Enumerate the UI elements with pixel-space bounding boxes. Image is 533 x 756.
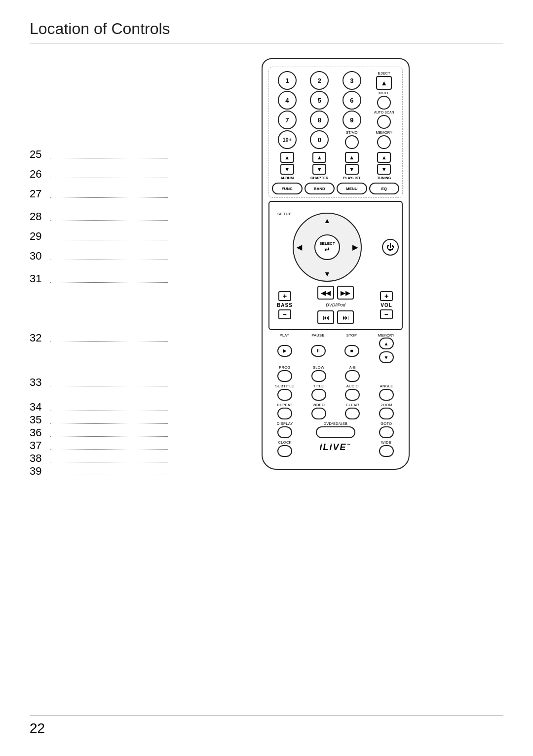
btn-10plus[interactable]: 10+ <box>278 130 297 149</box>
memory-up-btn[interactable]: ▲ <box>379 338 394 349</box>
eject-btn[interactable]: ▲ <box>376 76 392 90</box>
label-row-34: 34 <box>30 395 168 413</box>
chapter-up-btn[interactable]: ▲ <box>312 152 326 163</box>
nav-up-row: ▲ ▲ ▲ ▲ <box>272 152 399 163</box>
goto-label: GOTO <box>381 421 392 426</box>
label-dots-31 <box>50 282 168 283</box>
btn-4[interactable]: 4 <box>278 91 297 110</box>
next-btn[interactable]: ⏭ <box>337 310 354 324</box>
btn-1[interactable]: 1 <box>278 71 297 90</box>
subtitle-row: SUBTITLE TITLE AUDIO ANGLE <box>268 384 403 401</box>
subtitle-cell: SUBTITLE <box>268 384 301 401</box>
bass-minus-btn[interactable]: – <box>278 309 291 319</box>
bass-plus-btn[interactable]: + <box>278 291 291 301</box>
eq-btn[interactable]: EQ <box>369 183 400 194</box>
playlist-down-btn[interactable]: ▼ <box>345 164 359 175</box>
playlist-up-btn[interactable]: ▲ <box>345 152 359 163</box>
zoom-label: ZOOM <box>381 403 392 407</box>
nav-down-row: ▼ ▼ ▼ ▼ <box>272 164 399 175</box>
vol-plus-btn[interactable]: + <box>380 291 393 301</box>
clear-btn[interactable] <box>345 408 360 419</box>
memory-down-btn[interactable]: ▼ <box>379 351 394 363</box>
prev-btn[interactable]: ⏮ <box>317 310 334 324</box>
memory-top-btn[interactable] <box>377 135 391 149</box>
label-row-30: 30 <box>30 244 168 262</box>
audio-btn[interactable] <box>345 389 360 401</box>
btn-3[interactable]: 3 <box>343 71 361 90</box>
album-down-btn[interactable]: ▼ <box>280 164 294 175</box>
band-btn[interactable]: BAND <box>305 183 335 194</box>
audio-cell: AUDIO <box>337 384 369 401</box>
vol-minus-btn[interactable]: – <box>380 309 393 319</box>
stmo-btn[interactable] <box>345 135 359 149</box>
goto-btn[interactable] <box>379 426 394 438</box>
repeat-btn[interactable] <box>277 408 292 419</box>
tuning-down-btn[interactable]: ▼ <box>377 164 391 175</box>
nav-up-arrow[interactable]: ▲ <box>324 217 331 225</box>
stop-btn[interactable]: ■ <box>344 345 359 357</box>
pause-btn[interactable]: ⏸ <box>311 345 326 357</box>
video-cell: VIDEO <box>303 403 335 419</box>
empty-cell-1 <box>370 365 403 382</box>
btn-7[interactable]: 7 <box>278 111 297 129</box>
fwd-btn[interactable]: ▶▶ <box>337 286 354 300</box>
btn-5[interactable]: 5 <box>310 91 329 110</box>
tuning-up-btn[interactable]: ▲ <box>377 152 391 163</box>
subtitle-btn[interactable] <box>277 389 292 401</box>
btn-cell-autoscan: AUTO SCAN <box>369 111 400 129</box>
stmo-label: ST/MO <box>346 130 358 135</box>
nav-down-arrow[interactable]: ▼ <box>324 270 331 278</box>
nav-left-arrow[interactable]: ◀ <box>297 243 302 251</box>
prog-btn[interactable] <box>277 370 292 382</box>
btn-0[interactable]: 0 <box>310 130 329 149</box>
slow-btn[interactable] <box>311 370 326 382</box>
video-label: VIDEO <box>312 403 325 407</box>
label-dots-25 <box>50 158 168 158</box>
nav-outer-circle[interactable]: ▲ ▼ ◀ ▶ SELECT ↵ <box>293 213 362 282</box>
mute-btn[interactable] <box>377 96 391 110</box>
angle-label: ANGLE <box>380 384 393 388</box>
title-btn[interactable] <box>311 389 326 401</box>
label-dots-26 <box>50 178 168 178</box>
func-btn[interactable]: FUNC <box>272 183 303 194</box>
video-btn[interactable] <box>311 408 326 419</box>
clock-cell: CLOCK <box>268 440 302 457</box>
main-layout: 25 26 27 28 29 30 31 <box>30 58 503 479</box>
wide-btn[interactable] <box>379 445 394 457</box>
transport-row-1: ◀◀ ▶▶ <box>317 286 354 300</box>
footer: 22 <box>30 715 503 736</box>
btn-9[interactable]: 9 <box>343 111 361 129</box>
power-btn[interactable]: ⏻ <box>382 239 399 256</box>
play-btn[interactable]: ▶ <box>277 345 292 357</box>
zoom-btn[interactable] <box>379 408 394 419</box>
play-label: PLAY <box>280 333 290 338</box>
rew-btn[interactable]: ◀◀ <box>317 286 334 300</box>
select-btn[interactable]: SELECT ↵ <box>314 234 340 260</box>
btn-2[interactable]: 2 <box>310 71 329 90</box>
label-row-25: 25 <box>30 142 168 160</box>
nav-right-arrow[interactable]: ▶ <box>352 243 358 251</box>
nav-labels-row: ALBUM CHAPTER PLAYLIST TUNING <box>272 176 399 180</box>
display-btn[interactable] <box>277 426 292 438</box>
memory-tall-btns: ▲ ▼ <box>379 338 394 363</box>
chapter-down-btn[interactable]: ▼ <box>312 164 326 175</box>
play-cell: PLAY ▶ <box>268 333 301 363</box>
page-title: Location of Controls <box>30 20 503 43</box>
vol-label: VOL <box>381 302 392 308</box>
dvdsdusb-btn[interactable] <box>316 426 355 438</box>
menu-btn[interactable]: MENU <box>337 183 367 194</box>
btn-6[interactable]: 6 <box>343 91 361 110</box>
btn-8[interactable]: 8 <box>310 111 329 129</box>
up-arrows-row: ▲ ▲ ▲ ▲ ▼ ▼ ▼ ▼ ALBUM CHAP <box>272 152 399 180</box>
clock-btn[interactable] <box>277 445 292 457</box>
angle-btn[interactable] <box>379 389 394 401</box>
labels-column: 25 26 27 28 29 30 31 <box>30 58 168 479</box>
angle-cell: ANGLE <box>370 384 403 401</box>
repeat-cell: REPEAT <box>268 403 301 419</box>
auto-scan-btn[interactable] <box>377 115 391 129</box>
transport-row-2: ⏮ ⏭ <box>317 310 354 324</box>
playlist-label: PLAYLIST <box>337 176 367 180</box>
pause-cell: PAUSE ⏸ <box>302 333 334 363</box>
ab-btn[interactable] <box>345 370 360 382</box>
album-up-btn[interactable]: ▲ <box>280 152 294 163</box>
